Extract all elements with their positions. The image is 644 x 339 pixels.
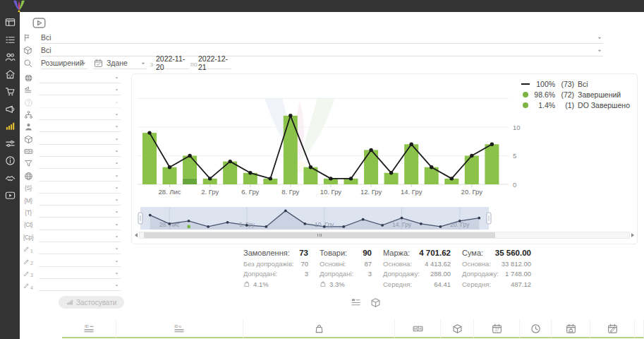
cube-icon [452, 323, 463, 334]
filter-select[interactable] [39, 121, 121, 132]
filter-select[interactable] [39, 280, 121, 291]
filter-select[interactable] [39, 256, 121, 267]
column-header-cube[interactable] [441, 320, 474, 338]
filter-select[interactable] [39, 268, 121, 279]
calendar-check-icon [94, 59, 103, 68]
stat-sub-label: Основна: [462, 260, 491, 268]
sidebar-item-users-icon[interactable] [4, 52, 16, 62]
column-header-bag[interactable] [243, 320, 395, 338]
apply-button[interactable]: Застосувати [59, 296, 124, 309]
svg-text:14. Гру: 14. Гру [392, 221, 412, 228]
date-type-select[interactable]: Здане [93, 57, 147, 69]
bag-icon [320, 280, 327, 287]
sidebar-item-store-icon[interactable] [4, 69, 16, 80]
sidebar-item-megaphone-icon[interactable] [4, 104, 16, 114]
filter-row-person [23, 121, 121, 133]
product-cube-icon [23, 46, 33, 56]
stat-label: Товари: [320, 249, 347, 257]
scroll-right-icon[interactable] [631, 233, 634, 237]
sidebar-item-list-icon[interactable] [4, 35, 16, 45]
search-mode-select[interactable]: Розширений [41, 57, 87, 69]
filter-select[interactable] [39, 158, 121, 169]
stat-total: Сума:35 560.00 Основна:33 812.00 Допрода… [462, 249, 531, 288]
filter-row-pencil3: 3 [23, 268, 121, 280]
calendar-date-icon: 17 [492, 323, 502, 334]
topbar [0, 0, 644, 12]
filter-select[interactable] [39, 146, 121, 157]
scroll-left-icon[interactable] [135, 233, 138, 237]
banknote-icon [413, 323, 423, 334]
scrollbar-track[interactable] [139, 232, 630, 239]
product-select[interactable]: Всі [41, 44, 603, 56]
date-to-input[interactable]: 2022-12-21 [198, 57, 231, 69]
stat-sub-value: 3 [368, 270, 372, 278]
filter-row-pencil4: 4 [23, 280, 121, 292]
stat-sub-value: 4 413.62 [425, 260, 451, 268]
chevron-down-icon [114, 246, 119, 251]
filter-row-help-circle [23, 97, 121, 109]
slope-lines-icon [23, 85, 33, 95]
legend-item[interactable]: 1.4%(1)DO Завершено [520, 100, 630, 110]
funnel-select-value: Всі [41, 33, 51, 42]
bag-icon [243, 280, 250, 287]
chevron-down-icon [114, 222, 119, 227]
funnel-select[interactable]: Всі [41, 32, 603, 44]
stat-label: Сума: [462, 249, 483, 257]
legend-item[interactable]: 98.6%(72)Завершений [520, 89, 630, 100]
column-header-calendar-edit[interactable] [590, 320, 635, 338]
stat-sub-value: 64.41 [434, 280, 451, 288]
filter-select[interactable] [39, 183, 121, 194]
upsell-percent: 4.1% [253, 280, 269, 288]
filter-select[interactable] [39, 207, 121, 218]
filter-select[interactable] [39, 109, 121, 120]
filter-row-funnel [23, 157, 121, 170]
video-help-button[interactable] [32, 16, 46, 30]
sidebar-item-bar-chart-icon[interactable] [4, 121, 16, 131]
filter-select[interactable] [39, 134, 121, 145]
column-header-banknote[interactable] [395, 320, 441, 338]
chevron-down-icon [114, 271, 119, 276]
filter-column: {S}{M}{T}{Ct}{Cp}1234 [23, 72, 121, 292]
legend-line-marker-icon [520, 83, 531, 85]
column-header-clock[interactable] [520, 320, 552, 338]
filter-select[interactable] [39, 220, 121, 230]
pencil-icon: 2 [23, 256, 33, 266]
chart-scrollbar[interactable] [135, 232, 634, 239]
brace-label-icon: {S} [23, 183, 33, 193]
filter-row-pencil2: 2 [23, 255, 121, 267]
stat-label: Маржа: [383, 249, 410, 257]
column-header-id-o[interactable]: ID-o [116, 320, 243, 338]
filter-select[interactable] [39, 195, 121, 206]
date-from-input[interactable]: 2022-11-20 [156, 57, 189, 69]
chevron-down-icon [114, 198, 119, 203]
sidebar-item-cart-icon[interactable] [4, 86, 16, 97]
sidebar-item-info-icon[interactable] [4, 155, 16, 166]
sidebar-item-video-icon[interactable] [4, 190, 16, 201]
column-header-calendar-bag[interactable] [552, 320, 590, 338]
chevron-down-icon [114, 100, 119, 105]
stat-orders: Замовлення:73 Без допродажів:70 Допродан… [243, 249, 308, 288]
funnel-stages-icon [23, 33, 33, 43]
legend-item[interactable]: 100%(73)Всі [520, 78, 630, 89]
stat-sub-label: Допродані: [243, 270, 277, 278]
chevron-down-icon [597, 48, 602, 54]
svg-text:ID-o: ID-o [174, 324, 181, 328]
column-header-calendar-date[interactable]: 17 [474, 320, 520, 338]
filter-row-banknote [23, 145, 121, 157]
filter-select[interactable] [39, 244, 121, 254]
filter-select[interactable] [39, 85, 121, 95]
filter-select[interactable] [39, 232, 121, 242]
person-icon [23, 122, 33, 132]
chart-mode-toggle-list-flag-icon[interactable] [351, 297, 361, 308]
sidebar-item-dashboard-icon[interactable] [4, 17, 16, 28]
chart-mode-toggle-cube-icon[interactable] [370, 297, 381, 308]
filter-select[interactable] [39, 73, 121, 83]
sidebar-item-handshake-icon[interactable] [4, 173, 16, 184]
scrollbar-handle[interactable] [144, 232, 495, 238]
filter-select[interactable] [39, 171, 121, 182]
chevron-down-icon [114, 88, 119, 93]
legend-percent: 100% [531, 80, 555, 88]
svg-text:28. Лис: 28. Лис [158, 188, 181, 196]
column-header-id-lines[interactable]: ID [62, 320, 116, 338]
sidebar-item-sliders-icon[interactable] [4, 138, 16, 149]
